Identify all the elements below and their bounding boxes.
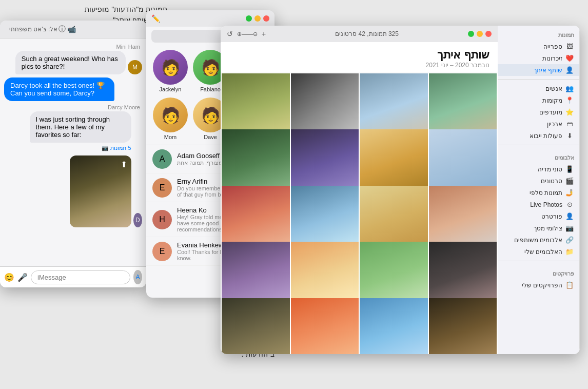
video-call-icon[interactable]: 📹 — [67, 25, 76, 34]
messages-window: 📹 ⓘ אל: צ'אט משפחתי Mini Ham M Such a gr… — [0, 21, 146, 287]
message-group-1: Mini Ham M Such a great weekend! Who has… — [4, 44, 142, 74]
minimize-dot[interactable] — [477, 31, 483, 37]
sidebar-item-archive[interactable]: 🗃 ארכיון — [498, 118, 579, 130]
sidebar-item-places[interactable]: 📍 מקומות — [498, 94, 579, 106]
photos-toolbar-controls: + ⊖——⊕ ↺ — [227, 30, 266, 38]
avatar-evania: E — [152, 242, 172, 261]
imports-icon: ⬇ — [565, 132, 574, 140]
photos-titlebar: 325 תמונות, 42 סרטונים + ⊖——⊕ ↺ — [221, 26, 498, 42]
photos-count-info: 325 תמונות, 42 סרטונים — [266, 30, 468, 37]
sidebar-item-my-albums[interactable]: 📁 האלבומים שלי — [498, 246, 579, 258]
contact-name-mom: Mom — [164, 134, 177, 140]
contact-name-dave: Dave — [204, 134, 217, 140]
sidebar-divider-3 — [498, 261, 579, 261]
photos-album-title: שותף איתך — [229, 48, 489, 62]
sidebar-label-sony: סוני מדיה — [538, 166, 562, 173]
message-bubble-outgoing: Darcy took all the best ones! 🏆 Can you … — [4, 77, 114, 101]
favorites-icon: ⭐ — [565, 108, 574, 116]
sidebar-label-portrait: פורטרט — [541, 213, 562, 220]
share-icon[interactable]: ⬆ — [121, 160, 127, 169]
maximize-button[interactable] — [246, 15, 252, 22]
compose-icon[interactable]: ✏️ — [151, 14, 160, 23]
sidebar-section-photos: תמונות — [498, 26, 579, 41]
people-icon: 👥 — [565, 85, 574, 92]
selfies-icon: 🤳 — [565, 189, 574, 197]
sidebar-label-live-photos: Live Photos — [530, 201, 562, 208]
avatar-darcy: D — [133, 213, 142, 227]
sidebar-item-favorites[interactable]: ⭐ מועדפים — [498, 106, 579, 118]
photos-count-label: 325 תמונות, 42 סרטונים — [335, 30, 399, 37]
photo-cell-20[interactable] — [222, 298, 290, 354]
sidebar-label-archive: ארכיון — [547, 121, 562, 128]
sidebar-divider-1 — [498, 79, 579, 80]
sidebar-item-shared[interactable]: 👤 שותף איתך — [498, 64, 579, 76]
my-albums-icon: 📁 — [565, 248, 574, 256]
message-input[interactable] — [31, 270, 130, 284]
sidebar-item-my-projects[interactable]: 📋 הפרויקטים שלי — [498, 279, 579, 291]
sidebar-label-people: אנשים — [545, 85, 562, 92]
sidebar-label-screenshots: צילומי מסך — [534, 225, 562, 232]
sidebar-item-people[interactable]: 👥 אנשים — [498, 83, 579, 94]
avatar-adam: A — [152, 149, 172, 169]
sidebar-item-portrait[interactable]: 👤 פורטרט — [498, 210, 579, 222]
contact-avatar-jackelyn: 🧑 — [153, 50, 188, 85]
portrait-icon: 👤 — [565, 212, 574, 220]
photos-sidebar: תמונות 🖼 ספרייה ❤️ זיכרונות 👤 שותף איתך … — [498, 26, 580, 354]
sidebar-item-selfies[interactable]: 🤳 תמונות סלפי — [498, 187, 579, 199]
contact-name-fabiano: Fabiano — [200, 86, 221, 92]
user-avatar-icon: A — [133, 270, 142, 284]
emoji-icon[interactable]: 😊 — [4, 271, 14, 283]
close-button[interactable] — [263, 15, 269, 22]
sidebar-label-selfies: תמונות סלפי — [530, 189, 562, 197]
add-icon[interactable]: + — [262, 30, 266, 38]
sidebar-section-projects: פרויקטים — [498, 264, 579, 279]
message-bubble: Such a great weekend! Who has pics to sh… — [15, 51, 126, 74]
photo-cell-18[interactable] — [360, 298, 428, 354]
contact-jackelyn[interactable]: 🧑 Jackelyn — [153, 50, 188, 92]
rotate-icon[interactable]: ↺ — [227, 30, 233, 38]
avatar: M — [128, 60, 142, 74]
photo-cell-17[interactable] — [429, 298, 497, 354]
sony-icon: 📱 — [565, 165, 574, 173]
sidebar-item-shared-albums[interactable]: 🔗 אלבומים משותפים — [498, 234, 579, 246]
message-bubble-darcy: I was just sorting through them. Here a … — [30, 111, 131, 143]
sidebar-label-places: מקומות — [542, 97, 562, 104]
zoom-slider[interactable]: ⊖——⊕ — [237, 31, 258, 37]
sidebar-label-imports: פעולות ייבוא — [530, 132, 562, 140]
photo-preview[interactable]: ⬆ — [70, 155, 131, 227]
sidebar-item-videos[interactable]: 🎬 סרטונים — [498, 175, 579, 187]
avatar-erny: E — [152, 178, 172, 198]
minimize-button[interactable] — [254, 15, 261, 22]
messages-content: Mini Ham M Such a great weekend! Who has… — [0, 38, 146, 266]
photos-grid — [221, 72, 498, 354]
photos-date-range: נובמבר 2020 – יוני 2021 — [229, 62, 489, 69]
sender-name: Mini Ham — [116, 44, 142, 50]
sidebar-item-live-photos[interactable]: ⊙ Live Photos — [498, 199, 579, 210]
photos-main: 325 תמונות, 42 סרטונים + ⊖——⊕ ↺ שותף אית… — [221, 26, 498, 354]
archive-icon: 🗃 — [565, 120, 574, 128]
info-icon[interactable]: ⓘ — [57, 25, 67, 34]
microphone-icon[interactable]: 🎤 — [17, 271, 28, 283]
sidebar-item-imports[interactable]: ⬇ פעולות ייבוא — [498, 130, 579, 142]
sidebar-item-memories[interactable]: ❤️ זיכרונות — [498, 52, 579, 64]
memories-icon: ❤️ — [565, 54, 574, 62]
sidebar-item-sony[interactable]: 📱 סוני מדיה — [498, 163, 579, 175]
sidebar-item-screenshots[interactable]: 📷 צילומי מסך — [498, 222, 579, 234]
sidebar-divider-2 — [498, 145, 579, 145]
messages-input-bar: A 🎤 😊 — [0, 266, 146, 287]
window-controls — [468, 31, 492, 37]
sidebar-label-videos: סרטונים — [541, 178, 562, 185]
sidebar-label-shared: שותף איתך — [534, 67, 562, 74]
msg-row: M Such a great weekend! Who has pics to … — [4, 51, 142, 74]
contact-mom[interactable]: 🧑 Mom — [153, 98, 188, 141]
msg-row-darcy: D I was just sorting through them. Here … — [4, 111, 142, 227]
maximize-dot[interactable] — [468, 31, 474, 37]
messages-titlebar: 📹 ⓘ אל: צ'אט משפחתי — [0, 21, 146, 38]
videos-icon: 🎬 — [565, 177, 574, 185]
contact-name-jackelyn: Jackelyn — [160, 86, 182, 92]
sidebar-item-library[interactable]: 🖼 ספרייה — [498, 41, 579, 52]
sidebar-label-library: ספרייה — [543, 43, 562, 50]
sender-name-darcy: Darcy Moore — [108, 104, 142, 110]
close-dot[interactable] — [485, 31, 492, 37]
photo-cell-19[interactable] — [291, 298, 359, 354]
